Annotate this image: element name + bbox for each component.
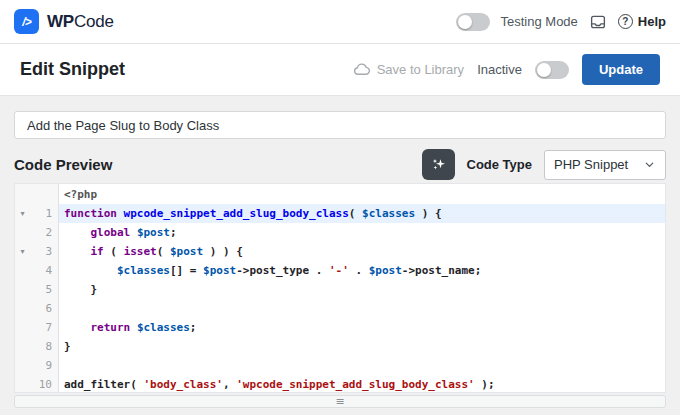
- help-label: Help: [638, 14, 666, 29]
- code-text[interactable]: [59, 299, 665, 318]
- line-number: 5: [30, 280, 52, 299]
- gutter-cell: 9: [15, 356, 59, 375]
- toggle-knob: [537, 63, 551, 77]
- line-number: 7: [30, 318, 52, 337]
- code-line[interactable]: 2 global $post;: [15, 223, 665, 242]
- code-line[interactable]: 6: [15, 299, 665, 318]
- gutter-cell: 7: [15, 318, 59, 337]
- code-line[interactable]: 5 }: [15, 280, 665, 299]
- code-editor[interactable]: <?php▾1function wpcode_snippet_add_slug_…: [14, 183, 666, 393]
- code-text[interactable]: <?php: [59, 185, 665, 204]
- code-text[interactable]: }: [59, 337, 665, 356]
- line-number: 4: [30, 261, 52, 280]
- code-text[interactable]: function wpcode_snippet_add_slug_body_cl…: [59, 204, 665, 223]
- top-header: /> WPCode Testing Mode ? Help: [0, 0, 680, 44]
- main-content: Code Preview Code Type PHP Snippet: [0, 96, 680, 408]
- wpcode-logo[interactable]: /> WPCode: [14, 9, 114, 34]
- code-line[interactable]: <?php: [15, 185, 665, 204]
- code-line[interactable]: 8}: [15, 337, 665, 356]
- code-type-select[interactable]: PHP Snippet: [544, 150, 666, 180]
- line-number: 8: [30, 337, 52, 356]
- line-number: 3: [30, 242, 52, 261]
- code-line[interactable]: ▾3 if ( isset( $post ) ) {: [15, 242, 665, 261]
- resize-grip-icon: ≡: [335, 397, 344, 407]
- wpcode-logo-text: WPCode: [47, 12, 114, 32]
- gutter-cell: ▾3: [15, 242, 59, 261]
- gutter-cell: [15, 185, 59, 204]
- help-link[interactable]: ? Help: [618, 14, 666, 29]
- page-title: Edit Snippet: [20, 59, 125, 80]
- line-number: 6: [30, 299, 52, 318]
- gutter-cell: ▾1: [15, 204, 59, 223]
- code-text[interactable]: }: [59, 280, 665, 299]
- line-number: 2: [30, 223, 52, 242]
- code-line[interactable]: 9: [15, 356, 665, 375]
- gutter-cell: 6: [15, 299, 59, 318]
- snippet-status-label: Inactive: [477, 62, 522, 77]
- save-to-library-label: Save to Library: [377, 62, 464, 77]
- cloud-icon: [352, 60, 371, 79]
- gutter-cell: 10: [15, 375, 59, 393]
- code-type-label: Code Type: [467, 157, 533, 172]
- gutter-cell: 8: [15, 337, 59, 356]
- code-text[interactable]: add_filter( 'body_class', 'wpcode_snippe…: [59, 375, 665, 393]
- snippet-title-input[interactable]: [14, 111, 666, 139]
- gutter-cell: 5: [15, 280, 59, 299]
- editor-resize-handle[interactable]: ≡: [14, 395, 666, 408]
- save-to-library-button[interactable]: Save to Library: [352, 60, 464, 79]
- gutter-cell: 4: [15, 261, 59, 280]
- snippet-actions: Save to Library Inactive Update: [352, 54, 660, 85]
- code-text[interactable]: $classes[] = $post->post_type . '-' . $p…: [59, 261, 665, 280]
- line-number: 9: [30, 356, 52, 375]
- notifications-tray-icon[interactable]: [589, 13, 607, 31]
- logo-glyph: />: [22, 15, 30, 29]
- edit-snippet-bar: Edit Snippet Save to Library Inactive Up…: [0, 44, 680, 96]
- sparkles-icon: [430, 156, 447, 173]
- code-text[interactable]: return $classes;: [59, 318, 665, 337]
- fold-icon[interactable]: ▾: [15, 204, 30, 223]
- code-preview-header: Code Preview Code Type PHP Snippet: [14, 149, 666, 180]
- code-line[interactable]: ▾1function wpcode_snippet_add_slug_body_…: [15, 204, 665, 223]
- update-button[interactable]: Update: [582, 54, 660, 85]
- fold-icon[interactable]: ▾: [15, 242, 30, 261]
- wpcode-logo-icon: />: [14, 9, 39, 34]
- gutter-cell: 2: [15, 223, 59, 242]
- code-line[interactable]: 7 return $classes;: [15, 318, 665, 337]
- snippet-active-toggle[interactable]: [535, 61, 569, 79]
- code-text[interactable]: global $post;: [59, 223, 665, 242]
- code-type-value: PHP Snippet: [554, 157, 628, 172]
- testing-mode-label: Testing Mode: [501, 14, 578, 29]
- line-number: 1: [30, 204, 52, 223]
- code-text[interactable]: if ( isset( $post ) ) {: [59, 242, 665, 261]
- question-mark-icon: ?: [618, 14, 633, 29]
- testing-mode-toggle[interactable]: [456, 13, 490, 31]
- ai-generate-button[interactable]: [422, 149, 455, 180]
- toggle-knob: [458, 15, 472, 29]
- chevron-down-icon: [643, 158, 656, 171]
- code-type-controls: Code Type PHP Snippet: [422, 149, 667, 180]
- code-lines: <?php▾1function wpcode_snippet_add_slug_…: [15, 184, 665, 393]
- code-line[interactable]: 4 $classes[] = $post->post_type . '-' . …: [15, 261, 665, 280]
- line-number: 10: [30, 375, 52, 393]
- code-text[interactable]: [59, 356, 665, 375]
- code-line[interactable]: 10add_filter( 'body_class', 'wpcode_snip…: [15, 375, 665, 393]
- header-actions: Testing Mode ? Help: [456, 13, 667, 31]
- code-preview-title: Code Preview: [14, 156, 112, 173]
